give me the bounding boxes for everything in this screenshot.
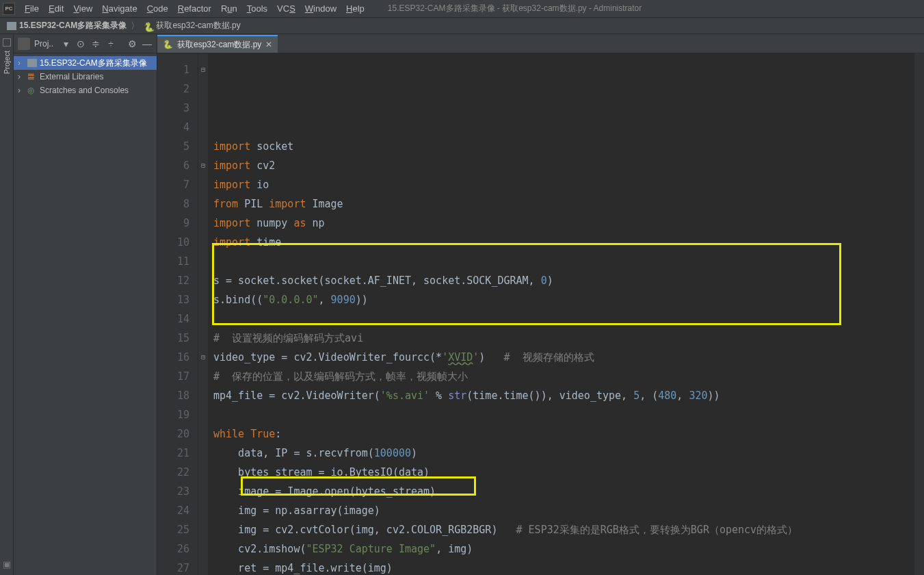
line-number-gutter[interactable]: 1234567891011121314151617181920212223242… — [157, 53, 198, 575]
line-number[interactable]: 19 — [157, 405, 189, 424]
menu-item-1[interactable]: Edit — [44, 2, 68, 15]
line-number[interactable]: 5 — [157, 137, 189, 156]
line-number[interactable]: 15 — [157, 329, 189, 348]
code-line[interactable]: cv2.imshow("ESP32 Capture Image", img) — [208, 539, 914, 559]
close-icon[interactable]: ✕ — [265, 40, 272, 49]
code-line[interactable]: mp4_file = cv2.VideoWriter('%s.avi' % st… — [208, 386, 914, 405]
tree-item-label: 15.ESP32-CAM多路采集录像 — [40, 58, 147, 69]
code-line[interactable]: import io — [208, 175, 914, 194]
line-number[interactable]: 23 — [157, 482, 189, 501]
code-line[interactable]: import socket — [208, 137, 914, 156]
tree-item-0[interactable]: ›15.ESP32-CAM多路采集录像 — [14, 56, 157, 70]
menu-item-10[interactable]: Help — [342, 2, 369, 15]
code-line[interactable] — [208, 309, 914, 329]
fold-gutter-empty — [198, 99, 208, 118]
breadcrumb-project[interactable]: 15.ESP32-CAM多路采集录像 — [19, 20, 127, 31]
fold-toggle-icon[interactable] — [198, 156, 208, 175]
folder-icon — [7, 22, 16, 30]
fold-gutter-empty — [198, 386, 208, 405]
menu-item-4[interactable]: Code — [143, 2, 172, 15]
breadcrumb-file[interactable]: 获取esp32-cam数据.py — [156, 20, 240, 31]
line-number[interactable]: 17 — [157, 367, 189, 386]
code-line[interactable]: # 保存的位置，以及编码解码方式，帧率，视频帧大小 — [208, 367, 914, 386]
code-line[interactable]: image = Image.open(bytes_stream) — [208, 482, 914, 501]
line-number[interactable]: 21 — [157, 444, 189, 463]
sidebar-title[interactable]: Proj.. — [34, 39, 53, 49]
code-line[interactable]: img = cv2.cvtColor(img, cv2.COLOR_RGB2BG… — [208, 520, 914, 539]
code-line[interactable]: video_type = cv2.VideoWriter_fourcc(*'XV… — [208, 348, 914, 367]
code-wrap: 1234567891011121314151617181920212223242… — [157, 53, 924, 575]
line-number[interactable]: 6 — [157, 156, 189, 175]
code-line[interactable] — [208, 252, 914, 271]
code-editor[interactable]: import socketimport cv2import iofrom PIL… — [208, 53, 914, 575]
line-number[interactable]: 12 — [157, 271, 189, 290]
menu-item-8[interactable]: VCS — [273, 2, 300, 15]
fold-toggle-icon[interactable] — [198, 60, 208, 79]
menu-item-9[interactable]: Window — [301, 2, 341, 15]
fold-gutter-empty — [198, 501, 208, 520]
toolwin-icon[interactable] — [3, 38, 11, 47]
code-line[interactable]: s.bind(("0.0.0.0", 9090)) — [208, 290, 914, 309]
chevron-right-icon[interactable]: › — [18, 58, 25, 68]
select-opened-file-icon[interactable]: ⊙ — [75, 38, 86, 49]
line-number[interactable]: 1 — [157, 60, 189, 79]
collapse-all-icon[interactable]: ÷ — [105, 38, 116, 49]
code-line[interactable]: bytes_stream = io.BytesIO(data) — [208, 463, 914, 482]
menu-item-6[interactable]: Run — [217, 2, 241, 15]
expand-all-icon[interactable]: ≑ — [90, 38, 101, 49]
fold-gutter-empty — [198, 214, 208, 233]
menu-item-3[interactable]: Navigate — [98, 2, 141, 15]
code-line[interactable]: s = socket.socket(socket.AF_INET, socket… — [208, 271, 914, 290]
tree-item-2[interactable]: ›◎Scratches and Consoles — [14, 84, 157, 97]
menu-item-2[interactable]: View — [69, 2, 96, 15]
project-toolwin-tab[interactable]: Project — [3, 51, 11, 74]
tree-item-1[interactable]: ›𝌆External Libraries — [14, 70, 157, 84]
line-number[interactable]: 10 — [157, 233, 189, 252]
line-number[interactable]: 3 — [157, 99, 189, 118]
menu-item-5[interactable]: Refactor — [174, 2, 215, 15]
project-view-icon[interactable] — [18, 38, 30, 50]
line-number[interactable]: 25 — [157, 520, 189, 539]
line-number[interactable]: 13 — [157, 290, 189, 309]
chevron-right-icon[interactable]: › — [18, 72, 25, 81]
line-number[interactable]: 22 — [157, 463, 189, 482]
line-number[interactable]: 27 — [157, 559, 189, 575]
line-number[interactable]: 11 — [157, 252, 189, 271]
gear-icon[interactable]: ⚙ — [127, 38, 137, 49]
breadcrumb-sep: 〉 — [131, 20, 140, 32]
main-menu: FileEditViewNavigateCodeRefactorRunTools… — [21, 2, 369, 15]
line-number[interactable]: 14 — [157, 309, 189, 329]
code-line[interactable]: data, IP = s.recvfrom(100000) — [208, 444, 914, 463]
code-line[interactable]: ret = mp4_file.write(img) — [208, 559, 914, 575]
code-line[interactable]: import cv2 — [208, 156, 914, 175]
line-number[interactable]: 26 — [157, 539, 189, 559]
line-number[interactable]: 2 — [157, 79, 189, 99]
line-number[interactable]: 9 — [157, 214, 189, 233]
menu-item-7[interactable]: Tools — [243, 2, 272, 15]
code-line[interactable]: # 设置视频的编码解码方式avi — [208, 329, 914, 348]
line-number[interactable]: 7 — [157, 175, 189, 194]
chevron-right-icon[interactable]: › — [18, 86, 25, 95]
line-number[interactable]: 18 — [157, 386, 189, 405]
editor-error-stripe[interactable] — [914, 53, 924, 575]
code-line[interactable]: img = np.asarray(image) — [208, 501, 914, 520]
menu-item-0[interactable]: File — [21, 2, 43, 15]
chevron-down-icon[interactable]: ▾ — [60, 38, 71, 49]
structure-toolwin-icon[interactable]: ▣ — [3, 559, 11, 570]
code-line[interactable]: import numpy as np — [208, 214, 914, 233]
breadcrumb: 15.ESP32-CAM多路采集录像 〉 获取esp32-cam数据.py — [0, 18, 924, 34]
line-number[interactable]: 24 — [157, 501, 189, 520]
code-line[interactable] — [208, 405, 914, 424]
code-line[interactable]: from PIL import Image — [208, 194, 914, 214]
line-number[interactable]: 4 — [157, 118, 189, 137]
project-tree[interactable]: ›15.ESP32-CAM多路采集录像›𝌆External Libraries›… — [14, 53, 157, 100]
line-number[interactable]: 8 — [157, 194, 189, 214]
line-number[interactable]: 16 — [157, 348, 189, 367]
hide-icon[interactable]: — — [142, 38, 153, 49]
line-number[interactable]: 20 — [157, 424, 189, 444]
editor-tab-active[interactable]: 🐍 获取esp32-cam数据.py ✕ — [157, 35, 278, 53]
fold-gutter[interactable] — [198, 53, 208, 575]
code-line[interactable]: import time — [208, 233, 914, 252]
code-line[interactable]: while True: — [208, 424, 914, 444]
fold-toggle-icon[interactable] — [198, 348, 208, 367]
